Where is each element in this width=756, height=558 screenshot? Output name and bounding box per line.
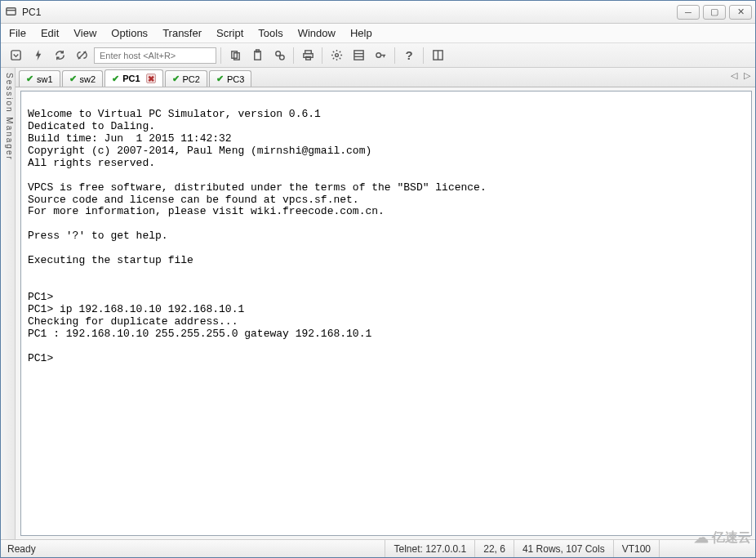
tab-close-icon[interactable]: ✖ bbox=[146, 74, 156, 83]
svg-point-17 bbox=[376, 53, 380, 58]
status-bar: Ready Telnet: 127.0.0.1 22, 6 41 Rows, 1… bbox=[1, 539, 755, 557]
toolbar-separator bbox=[322, 47, 322, 64]
tab-label: sw2 bbox=[80, 74, 96, 84]
status-empty bbox=[659, 540, 749, 557]
maximize-button[interactable]: ▢ bbox=[703, 5, 726, 20]
session-options-icon[interactable] bbox=[349, 47, 368, 65]
close-button[interactable]: ✕ bbox=[729, 5, 752, 20]
svg-point-13 bbox=[335, 54, 338, 57]
quick-connect-icon[interactable] bbox=[28, 47, 47, 65]
toggle-pane-icon[interactable] bbox=[428, 47, 447, 65]
status-ready: Ready bbox=[7, 540, 44, 557]
status-dimensions: 41 Rows, 107 Cols bbox=[514, 540, 613, 557]
check-icon: ✔ bbox=[112, 74, 119, 84]
copy-icon[interactable] bbox=[225, 47, 245, 65]
check-icon: ✔ bbox=[216, 74, 224, 84]
titlebar: PC1 ─ ▢ ✕ bbox=[1, 1, 755, 24]
session-dropdown-icon[interactable] bbox=[6, 47, 25, 65]
settings-icon[interactable] bbox=[327, 47, 346, 65]
app-icon bbox=[4, 6, 17, 19]
tab-PC1[interactable]: ✔PC1✖ bbox=[105, 69, 162, 87]
svg-rect-14 bbox=[354, 51, 362, 60]
toolbar-separator bbox=[394, 47, 395, 64]
tab-scroll-arrows: ◁ ▷ bbox=[731, 70, 750, 81]
tab-label: sw1 bbox=[37, 74, 53, 84]
menu-help[interactable]: Help bbox=[350, 27, 372, 39]
menu-file[interactable]: File bbox=[9, 27, 26, 39]
window-controls: ─ ▢ ✕ bbox=[677, 5, 752, 20]
menu-window[interactable]: Window bbox=[298, 27, 336, 39]
main-body: Session Manager ✔sw1✔sw2✔PC1✖✔PC2✔PC3 ◁ … bbox=[1, 68, 755, 539]
menu-edit[interactable]: Edit bbox=[41, 27, 59, 39]
tab-scroll-left-icon[interactable]: ◁ bbox=[731, 70, 737, 81]
status-cursor: 22, 6 bbox=[474, 540, 514, 557]
menu-transfer[interactable]: Transfer bbox=[162, 27, 202, 39]
menu-view[interactable]: View bbox=[73, 27, 96, 39]
tab-label: PC1 bbox=[122, 74, 140, 83]
toolbar-separator bbox=[220, 47, 221, 64]
app-window: PC1 ─ ▢ ✕ File Edit View Options Transfe… bbox=[0, 0, 756, 558]
tab-label: PC3 bbox=[227, 74, 244, 84]
tab-PC3[interactable]: ✔PC3 bbox=[209, 70, 251, 87]
disconnect-icon[interactable] bbox=[72, 47, 91, 65]
svg-point-9 bbox=[279, 56, 284, 60]
menu-tools[interactable]: Tools bbox=[258, 27, 282, 39]
tab-bar: ✔sw1✔sw2✔PC1✖✔PC2✔PC3 ◁ ▷ bbox=[16, 68, 755, 87]
toolbar-separator bbox=[293, 47, 294, 64]
key-icon[interactable] bbox=[371, 47, 390, 65]
svg-point-8 bbox=[275, 51, 280, 56]
status-connection: Telnet: 127.0.0.1 bbox=[385, 540, 474, 557]
tab-scroll-right-icon[interactable]: ▷ bbox=[744, 70, 750, 81]
toolbar-separator bbox=[423, 47, 424, 64]
check-icon: ✔ bbox=[26, 74, 33, 84]
tab-label: PC2 bbox=[183, 74, 200, 84]
host-input[interactable] bbox=[94, 47, 216, 64]
print-icon[interactable] bbox=[298, 47, 318, 65]
menu-options[interactable]: Options bbox=[111, 27, 148, 39]
window-title: PC1 bbox=[22, 7, 677, 18]
check-icon: ✔ bbox=[69, 74, 77, 84]
session-manager-panel[interactable]: Session Manager bbox=[1, 68, 16, 539]
tab-sw1[interactable]: ✔sw1 bbox=[19, 70, 60, 87]
content-column: ✔sw1✔sw2✔PC1✖✔PC2✔PC3 ◁ ▷ Welcome to Vir… bbox=[16, 68, 755, 539]
svg-rect-2 bbox=[11, 51, 20, 60]
reconnect-icon[interactable] bbox=[50, 47, 69, 65]
check-icon: ✔ bbox=[172, 74, 180, 84]
svg-rect-0 bbox=[6, 8, 15, 15]
help-icon[interactable]: ? bbox=[399, 47, 419, 65]
tab-PC2[interactable]: ✔PC2 bbox=[165, 70, 207, 87]
paste-icon[interactable] bbox=[247, 47, 267, 65]
find-icon[interactable] bbox=[269, 47, 289, 65]
status-emulation: VT100 bbox=[613, 540, 659, 557]
menubar: File Edit View Options Transfer Script T… bbox=[1, 24, 755, 43]
minimize-button[interactable]: ─ bbox=[677, 5, 700, 20]
terminal[interactable]: Welcome to Virtual PC Simulator, version… bbox=[20, 91, 752, 536]
menu-script[interactable]: Script bbox=[216, 27, 243, 39]
tab-sw2[interactable]: ✔sw2 bbox=[62, 70, 104, 87]
toolbar: ? bbox=[1, 43, 755, 68]
terminal-wrap: Welcome to Virtual PC Simulator, version… bbox=[16, 87, 755, 539]
svg-rect-12 bbox=[305, 56, 310, 60]
